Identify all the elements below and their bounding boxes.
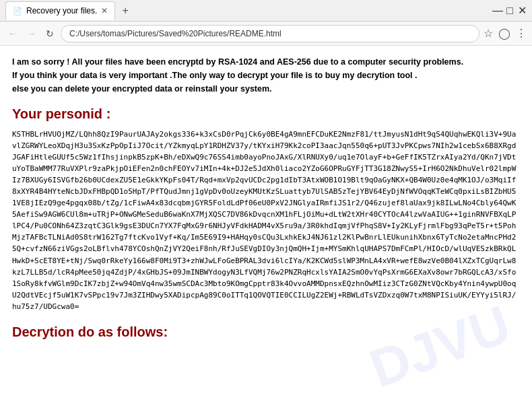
title-bar-left: 📄 Recovery your files. ✕ + [5, 1, 493, 20]
menu-button[interactable]: ⋮ [516, 27, 527, 40]
reload-button[interactable]: ↻ [43, 27, 57, 40]
browser-tab[interactable]: 📄 Recovery your files. ✕ [5, 1, 115, 20]
warning-line1: I am so sorry ! All your files have been… [12, 55, 520, 69]
window-controls: — □ ✕ [493, 6, 527, 15]
warning-line3: else you can delete your encrypted data … [12, 82, 520, 96]
page-content: DJVU I am so sorry ! All your files have… [0, 46, 532, 418]
minimize-button[interactable]: — [493, 6, 502, 15]
account-button[interactable]: ◯ [498, 27, 510, 40]
maximize-button[interactable]: □ [505, 6, 514, 15]
url-input[interactable] [61, 25, 479, 42]
tab-icon: 📄 [13, 7, 22, 15]
bookmark-button[interactable]: ☆ [484, 27, 493, 40]
title-bar: 📄 Recovery your files. ✕ + — □ ✕ [0, 0, 532, 22]
tab-close-button[interactable]: ✕ [101, 6, 108, 15]
section2-title: Decrytion do as follows: [12, 324, 520, 340]
tab-title: Recovery your files. [26, 6, 97, 15]
warning-line2: If you think your data is very important… [12, 69, 520, 82]
close-button[interactable]: ✕ [517, 6, 527, 15]
personid-text: KSTHBLrHVUOjMZ/LQhh8QzI9PaurUAJAy2okgs33… [12, 129, 520, 312]
section1-title: Your personid : [12, 106, 520, 122]
new-tab-button[interactable]: + [119, 5, 131, 17]
forward-button[interactable]: → [24, 27, 39, 40]
back-button[interactable]: ← [5, 27, 20, 40]
warning-text-block: I am so sorry ! All your files have been… [12, 55, 520, 96]
address-right-icons: ☆ ◯ ⋮ [484, 27, 527, 40]
address-bar: ← → ↻ ☆ ◯ ⋮ [0, 22, 532, 46]
